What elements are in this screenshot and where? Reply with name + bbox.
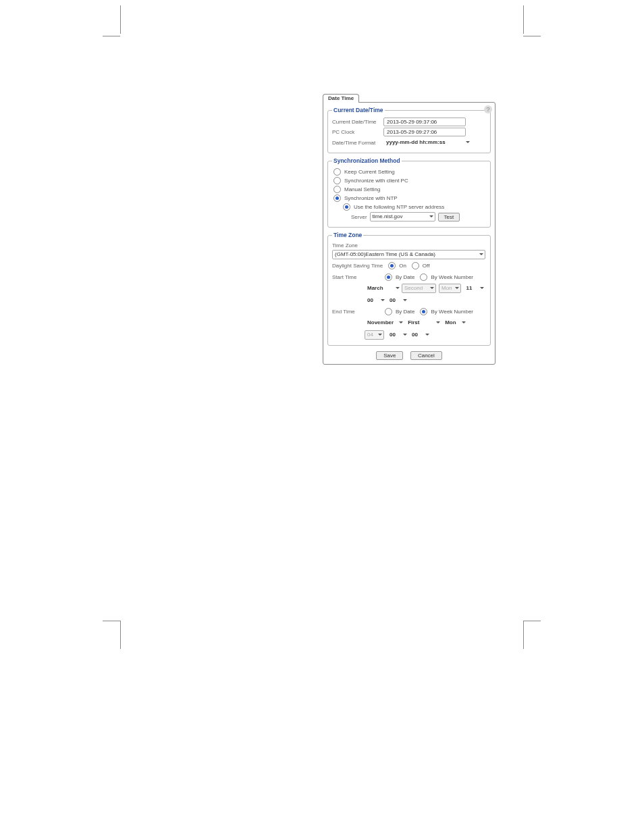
radio-start-by-week[interactable]: By Week Number	[420, 273, 473, 281]
legend-sync: Synchronization Method	[332, 157, 402, 164]
fieldset-time-zone: Time Zone Time Zone (GMT-05:00)Eastern T…	[327, 232, 491, 346]
fieldset-sync-method: Synchronization Method Keep Current Sett…	[327, 157, 491, 228]
select-start-min[interactable]: 00	[387, 296, 406, 305]
select-ntp-server[interactable]: time.nist.gov	[370, 212, 435, 221]
radio-icon	[385, 308, 392, 315]
radio-end-by-week[interactable]: By Week Number	[420, 308, 473, 315]
crop-mark	[120, 621, 121, 649]
radio-icon	[333, 177, 341, 184]
radio-end-by-date[interactable]: By Date	[385, 308, 414, 315]
radio-start-by-date[interactable]: By Date	[385, 273, 414, 281]
radio-icon	[412, 262, 419, 269]
label-current-datetime: Current Date/Time	[332, 119, 381, 125]
value-pc-clock: 2013-05-29 09:27:06	[383, 128, 466, 136]
label-time-zone: Time Zone	[332, 242, 358, 249]
tab-date-time[interactable]: Date Time	[323, 94, 359, 103]
select-start-day[interactable]: 11	[464, 284, 483, 293]
radio-manual-setting[interactable]: Manual Setting	[333, 186, 486, 193]
select-end-month[interactable]: November	[365, 318, 402, 328]
radio-sync-client-pc[interactable]: Synchronize with client PC	[333, 177, 486, 184]
select-time-zone[interactable]: (GMT-05:00)Eastern Time (US & Canada)	[332, 250, 485, 259]
test-button[interactable]: Test	[438, 213, 460, 221]
radio-label: By Week Number	[431, 274, 473, 280]
label-start-time: Start Time	[332, 274, 381, 280]
date-time-panel: Date Time ? Current Date/Time Current Da…	[323, 93, 495, 365]
panel-body: ? Current Date/Time Current Date/Time 20…	[323, 102, 495, 365]
radio-icon	[388, 262, 396, 269]
radio-dst-off[interactable]: Off	[412, 262, 430, 269]
radio-dst-on[interactable]: On	[388, 262, 406, 269]
legend-current: Current Date/Time	[332, 107, 385, 113]
button-row: Save Cancel	[327, 351, 491, 360]
select-end-day[interactable]: 04	[365, 330, 384, 340]
legend-timezone: Time Zone	[332, 232, 363, 238]
crop-mark	[523, 5, 524, 34]
radio-label: Off	[423, 263, 430, 269]
select-end-dow[interactable]: Mon	[442, 318, 464, 328]
radio-label: Synchronize with client PC	[344, 178, 408, 184]
label-server: Server	[351, 214, 367, 220]
radio-icon	[333, 168, 341, 176]
select-datetime-format[interactable]: yyyy-mm-dd hh:mm:ss	[383, 138, 469, 147]
value-current-datetime: 2013-05-29 09:37:06	[383, 118, 466, 126]
crop-mark	[523, 621, 524, 649]
select-start-dow[interactable]: Mon	[439, 284, 461, 293]
radio-icon	[420, 273, 427, 281]
label-dst: Daylight Saving Time	[332, 263, 383, 269]
radio-icon	[385, 273, 392, 281]
select-start-hour[interactable]: 00	[365, 296, 384, 305]
radio-icon	[420, 308, 427, 315]
radio-label: Manual Setting	[344, 186, 380, 192]
radio-label: Synchronize with NTP	[344, 195, 398, 201]
radio-icon	[333, 194, 341, 202]
radio-label: Keep Current Setting	[344, 169, 395, 175]
radio-label: By Week Number	[431, 309, 473, 315]
crop-mark	[523, 36, 541, 36]
radio-label: By Date	[396, 309, 414, 315]
radio-use-ntp-address[interactable]: Use the following NTP server address	[343, 203, 486, 211]
crop-mark	[103, 36, 120, 36]
save-button[interactable]: Save	[376, 351, 403, 360]
label-datetime-format: Date/Time Format	[332, 140, 381, 146]
radio-label: Use the following NTP server address	[354, 204, 444, 210]
select-end-min[interactable]: 00	[409, 330, 429, 340]
radio-sync-ntp[interactable]: Synchronize with NTP	[333, 194, 486, 202]
radio-label: On	[399, 263, 406, 269]
select-start-ordinal[interactable]: Second	[402, 284, 436, 293]
radio-icon	[333, 186, 341, 193]
radio-label: By Date	[396, 274, 414, 280]
radio-keep-current[interactable]: Keep Current Setting	[333, 168, 486, 176]
select-start-month[interactable]: March	[365, 284, 399, 293]
radio-icon	[343, 203, 350, 211]
fieldset-current-datetime: Current Date/Time Current Date/Time 2013…	[327, 107, 491, 153]
crop-mark	[103, 621, 120, 621]
label-pc-clock: PC Clock	[332, 129, 381, 135]
help-icon[interactable]: ?	[484, 105, 492, 113]
select-end-hour[interactable]: 00	[387, 330, 406, 340]
crop-mark	[523, 621, 541, 621]
cancel-button[interactable]: Cancel	[410, 351, 442, 360]
select-end-ordinal[interactable]: First	[405, 318, 439, 328]
crop-mark	[120, 5, 121, 34]
label-end-time: End Time	[332, 309, 381, 315]
